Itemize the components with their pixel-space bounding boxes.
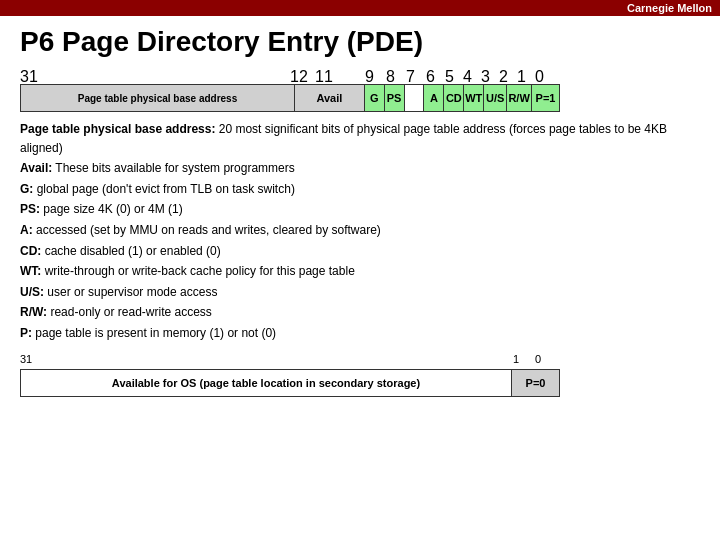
bottom-bit-labels: 31 1 0 — [20, 353, 560, 369]
bit-label-3: 3 — [481, 68, 490, 86]
desc-item-3: PS: page size 4K (0) or 4M (1) — [20, 200, 700, 219]
bit-label-11: 11 — [315, 68, 333, 86]
desc-text-5: cache disabled (1) or enabled (0) — [41, 244, 220, 258]
desc-key-2: G: — [20, 182, 33, 196]
desc-item-0: Page table physical base address: 20 mos… — [20, 120, 700, 157]
desc-text-3: page size 4K (0) or 4M (1) — [40, 202, 183, 216]
desc-item-6: WT: write-through or write-back cache po… — [20, 262, 700, 281]
bit-label-12: 12 — [290, 68, 308, 86]
bottom-cell-p0: P=0 — [512, 370, 559, 396]
bottom-cell-avail: Available for OS (page table location in… — [21, 370, 512, 396]
cell-us: U/S — [484, 85, 507, 111]
bit-label-1: 1 — [517, 68, 526, 86]
bit-label-6: 6 — [426, 68, 435, 86]
desc-text-1: These bits available for system programm… — [52, 161, 295, 175]
cell-blank — [405, 85, 425, 111]
bit-label-9: 9 — [365, 68, 374, 86]
bottom-bit-label-31: 31 — [20, 353, 32, 365]
cell-a: A — [424, 85, 444, 111]
desc-key-5: CD: — [20, 244, 41, 258]
cell-wt: WT — [464, 85, 484, 111]
cell-g: G — [365, 85, 385, 111]
bit-label-2: 2 — [499, 68, 508, 86]
desc-text-7: user or supervisor mode access — [44, 285, 217, 299]
bottom-diagram-row: Available for OS (page table location in… — [20, 369, 560, 397]
desc-item-8: R/W: read-only or read-write access — [20, 303, 700, 322]
desc-text-4: accessed (set by MMU on reads and writes… — [33, 223, 381, 237]
desc-item-1: Avail: These bits available for system p… — [20, 159, 700, 178]
desc-text-6: write-through or write-back cache policy… — [41, 264, 354, 278]
desc-item-7: U/S: user or supervisor mode access — [20, 283, 700, 302]
desc-item-9: P: page table is present in memory (1) o… — [20, 324, 700, 343]
desc-key-3: PS: — [20, 202, 40, 216]
desc-key-8: R/W: — [20, 305, 47, 319]
bottom-bit-label-0: 0 — [535, 353, 541, 365]
desc-text-8: read-only or read-write access — [47, 305, 212, 319]
cell-rw: R/W — [507, 85, 532, 111]
desc-key-0: Page table physical base address: — [20, 122, 215, 136]
bottom-diagram: 31 1 0 Available for OS (page table loca… — [20, 353, 700, 397]
main-content: P6 Page Directory Entry (PDE) 31 12 11 9… — [0, 16, 720, 407]
cell-p1: P=1 — [532, 85, 559, 111]
diagram-container: 31 12 11 9 8 7 6 5 4 3 2 1 0 Page table … — [20, 68, 700, 112]
desc-key-7: U/S: — [20, 285, 44, 299]
descriptions: Page table physical base address: 20 mos… — [20, 120, 700, 343]
desc-key-4: A: — [20, 223, 33, 237]
bit-label-8: 8 — [386, 68, 395, 86]
bit-label-5: 5 — [445, 68, 454, 86]
desc-item-2: G: global page (don't evict from TLB on … — [20, 180, 700, 199]
top-bar: Carnegie Mellon — [0, 0, 720, 16]
bottom-bit-label-1: 1 — [513, 353, 519, 365]
cell-addr: Page table physical base address — [21, 85, 295, 111]
desc-text-9: page table is present in memory (1) or n… — [32, 326, 276, 340]
bit-label-0: 0 — [535, 68, 544, 86]
cell-ps: PS — [385, 85, 405, 111]
carnegie-mellon-label: Carnegie Mellon — [627, 2, 712, 14]
cell-avail: Avail — [295, 85, 365, 111]
desc-key-9: P: — [20, 326, 32, 340]
desc-text-2: global page (don't evict from TLB on tas… — [33, 182, 295, 196]
bit-label-4: 4 — [463, 68, 472, 86]
desc-item-4: A: accessed (set by MMU on reads and wri… — [20, 221, 700, 240]
bit-labels-row: 31 12 11 9 8 7 6 5 4 3 2 1 0 — [20, 68, 560, 84]
desc-item-5: CD: cache disabled (1) or enabled (0) — [20, 242, 700, 261]
page-title: P6 Page Directory Entry (PDE) — [20, 26, 700, 58]
diagram-row: Page table physical base address Avail G… — [20, 84, 560, 112]
cell-cd: CD — [444, 85, 464, 111]
bit-label-31: 31 — [20, 68, 38, 86]
desc-key-6: WT: — [20, 264, 41, 278]
desc-key-1: Avail: — [20, 161, 52, 175]
bit-label-7: 7 — [406, 68, 415, 86]
